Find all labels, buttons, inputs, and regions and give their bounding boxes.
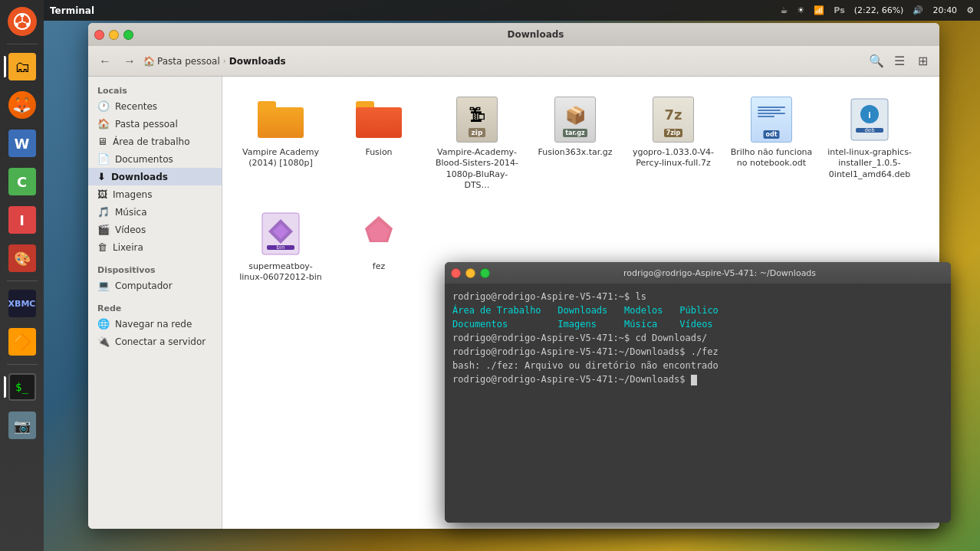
file-item-ygopro[interactable]: 7z ygopro-1.033.0-V4-Percy-linux-full.7z [627,89,719,197]
wifi-icon[interactable]: 📶 [814,5,824,15]
sidebar-item-downloads[interactable]: ⬇ Downloads [88,168,222,185]
maximize-button[interactable] [123,30,133,40]
docs-icon: 📄 [97,153,110,165]
terminal-body[interactable]: rodrigo@rodrigo-Aspire-V5-471:~$ ls Área… [445,284,951,523]
file-grid: Vampire Academy(2014) [1080p] Fusion [235,89,927,290]
file-item-fez[interactable]: fez [333,203,425,290]
file-manager-titlebar: Downloads [88,23,939,46]
sidebar-item-area-trabalho[interactable]: 🖥 Área de trabalho [88,133,222,150]
taskbar-impress-icon[interactable]: I [4,202,41,238]
terminal-line-2: Área de Trabalho Downloads Modelos Públi… [452,303,943,317]
terminal-maximize-button[interactable] [480,268,490,278]
app-name-label: Terminal [50,5,94,16]
top-panel-left: Terminal [50,5,94,16]
sidebar-section-rede-title: Rede [88,300,222,315]
svg-line-5 [22,21,26,23]
file-item-fusion-tarball[interactable]: 📦 Fusion363x.tar.gz [529,89,621,197]
ygopro-name: ygopro-1.033.0-V4-Percy-linux-full.7z [631,147,715,169]
taskbar-vlc-icon[interactable]: 🔶 [4,324,41,359]
videos-icon: 🎬 [97,224,110,235]
terminal-titlebar: rodrigo@rodrigo-Aspire-V5-471: ~/Downloa… [445,262,951,284]
sidebar-downloads-label: Downloads [111,172,168,182]
taskbar-left: 🗂 🦊 W C I 🎨 XBMC 🔶 $_ 📷 [0,0,44,551]
close-button[interactable] [94,30,104,40]
breadcrumb-current[interactable]: Downloads [229,56,286,67]
sidebar-item-lixeira[interactable]: 🗑 Lixeira [88,238,222,256]
sidebar-item-conectar-servidor[interactable]: 🔌 Conectar a servidor [88,333,222,350]
taskbar-terminal-icon[interactable]: $_ [4,369,41,405]
minimize-button[interactable] [109,30,119,40]
sidebar-item-recentes[interactable]: 🕐 Recentes [88,97,222,115]
top-panel-right: ☕ ☀ 📶 Ps (2:22, 66%) 🔊 20:40 ⚙ [781,5,974,15]
svg-point-2 [26,23,30,27]
sidebar-item-videos[interactable]: 🎬 Vídeos [88,221,222,238]
taskbar-writer-icon[interactable]: W [4,126,41,161]
computer-icon: 💻 [97,280,110,291]
terminal-window: rodrigo@rodrigo-Aspire-V5-471: ~/Downloa… [445,262,951,523]
settings-icon[interactable]: ⚙ [966,5,974,15]
intel-deb-icon: i deb [845,95,894,144]
terminal-line-5: rodrigo@rodrigo-Aspire-V5-471:~/Download… [452,345,943,359]
sidebar-item-navegar-rede[interactable]: 🌐 Navegar na rede [88,315,222,333]
taskbar-firefox-icon[interactable]: 🦊 [4,87,41,123]
brilho-icon [747,95,796,144]
battery-status[interactable]: (2:22, 66%) [854,5,904,15]
brightness-icon[interactable]: ☀ [797,5,804,15]
grid-view-button[interactable]: ⊞ [912,51,933,72]
terminal-minimize-button[interactable] [465,268,475,278]
fusion-tarball-icon: 📦 [551,95,600,144]
coffee-icon[interactable]: ☕ [781,5,788,15]
ps-icon: Ps [834,5,844,15]
sidebar-section-rede: Rede 🌐 Navegar na rede 🔌 Conectar a serv… [88,300,222,350]
taskbar-ubuntu-icon[interactable] [4,4,41,39]
svg-line-6 [18,21,21,23]
taskbar-draw-icon[interactable]: 🎨 [4,241,41,276]
file-item-supermeatboy[interactable]: bin supermeatboy-linux-06072012-bin [235,203,327,290]
breadcrumb-home-label: Pasta pessoal [157,56,220,67]
sidebar-section-locais: Locais 🕐 Recentes 🏠 Pasta pessoal 🖥 Área… [88,83,222,256]
intel-deb-name: intel-linux-graphics-installer_1.0.5-0in… [827,147,912,180]
clock-icon: 🕐 [97,100,110,112]
terminal-line-1: rodrigo@rodrigo-Aspire-V5-471:~$ ls [452,290,943,303]
sidebar-item-imagens[interactable]: 🖼 Imagens [88,185,222,203]
taskbar-calc-icon[interactable]: C [4,164,41,199]
vampire-academy-name: Vampire Academy(2014) [1080p] [242,147,319,169]
forward-button[interactable]: → [119,51,140,72]
sidebar-docs-label: Documentos [115,154,173,165]
file-item-brilho[interactable]: Brilho não funcionano notebook.odt [725,89,817,197]
taskbar-files-icon[interactable]: 🗂 [4,49,41,84]
search-button[interactable]: 🔍 [866,51,887,72]
terminal-close-button[interactable] [451,268,461,278]
file-item-vampire-academy[interactable]: Vampire Academy(2014) [1080p] [235,89,327,197]
file-item-intel-deb[interactable]: i deb intel-linux-graphics-installer_1.0… [824,89,916,197]
top-panel: Terminal ☕ ☀ 📶 Ps (2:22, 66%) 🔊 20:40 ⚙ [44,0,980,21]
back-button[interactable]: ← [94,51,116,72]
list-view-button[interactable]: ☰ [889,51,910,72]
sidebar-item-documentos[interactable]: 📄 Documentos [88,150,222,168]
breadcrumb-home[interactable]: 🏠 Pasta pessoal [143,56,220,67]
taskbar-xbmc-icon[interactable]: XBMC [4,286,41,321]
volume-icon[interactable]: 🔊 [913,5,923,15]
svg-point-3 [15,23,18,27]
toolbar-actions: 🔍 ☰ ⊞ [866,51,933,72]
network-icon: 🌐 [97,318,110,330]
home-icon: 🏠 [97,118,110,130]
sidebar-conectar-label: Conectar a servidor [115,336,206,347]
file-item-fusion[interactable]: Fusion [333,89,425,197]
taskbar-divider-2 [7,280,38,281]
file-item-vampire-zip[interactable]: 🗜 Vampire-Academy-Blood-Sisters-2014-108… [431,89,523,197]
sidebar-item-musica[interactable]: 🎵 Música [88,203,222,221]
vampire-zip-icon: 🗜 [452,95,502,144]
sidebar-item-computador[interactable]: 💻 Computador [88,277,222,294]
sidebar-item-pasta-pessoal[interactable]: 🏠 Pasta pessoal [88,115,222,133]
downloads-icon: ⬇ [97,171,106,182]
sidebar-section-dispositivos-title: Dispositivos [88,262,222,277]
sidebar-area-label: Área de trabalho [113,136,190,147]
terminal-title: rodrigo@rodrigo-Aspire-V5-471: ~/Downloa… [495,268,945,278]
sidebar-musica-label: Música [115,207,147,218]
fez-icon [354,209,403,258]
fusion-name: Fusion [365,147,392,158]
sidebar-videos-label: Vídeos [115,225,146,235]
ygopro-icon: 7z [649,95,698,144]
taskbar-screenshot-icon[interactable]: 📷 [4,408,41,443]
